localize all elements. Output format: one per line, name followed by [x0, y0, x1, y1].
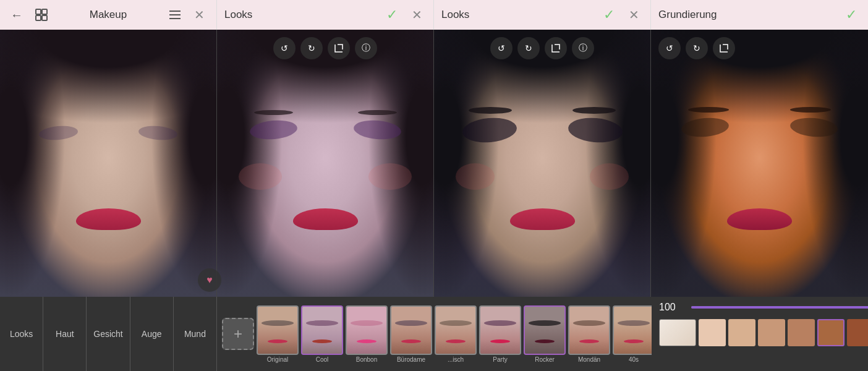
- close-button-1[interactable]: ✕: [190, 6, 209, 24]
- panel-original: [0, 30, 217, 297]
- check-button-4[interactable]: ✓: [842, 6, 861, 24]
- top-section-makeup: ← Makeup ✕: [0, 0, 217, 30]
- main-area: ↺ ↻ ⓘ: [0, 30, 868, 297]
- undo-btn-3[interactable]: ↺: [490, 37, 513, 59]
- look-label-40s: 40s: [629, 356, 639, 363]
- look-thumb-mondan[interactable]: Mondän: [568, 305, 610, 363]
- swatch-5[interactable]: [847, 319, 868, 346]
- top-left-icons: ←: [7, 6, 51, 24]
- nav-looks[interactable]: Looks: [0, 297, 43, 371]
- makeup-title: Makeup: [90, 9, 127, 21]
- nav-mund[interactable]: Mund: [174, 297, 216, 371]
- check-button-3[interactable]: ✓: [600, 6, 618, 24]
- look-thumb-face-cool[interactable]: [301, 305, 343, 355]
- look-label-rocker: Rocker: [535, 356, 555, 363]
- look-thumb-cool[interactable]: Cool: [301, 305, 343, 363]
- top-icons-3: ✓ ✕: [600, 6, 643, 24]
- svg-rect-3: [42, 15, 47, 20]
- looks-strip: + Original Cool: [217, 297, 652, 371]
- nav-auge[interactable]: Auge: [130, 297, 174, 371]
- slider-track[interactable]: [691, 306, 868, 309]
- look-label-fisch: ...isch: [448, 356, 464, 363]
- svg-rect-0: [36, 9, 41, 14]
- face-cool: [217, 30, 433, 297]
- look-label-party: Party: [493, 356, 507, 363]
- swatch-0[interactable]: [699, 319, 726, 346]
- close-button-3[interactable]: ✕: [624, 6, 643, 24]
- top-icons-4: ✓: [842, 6, 861, 24]
- look-thumb-party[interactable]: Party: [479, 305, 521, 363]
- face-controls-2: ↺ ↻ ⓘ: [217, 37, 433, 59]
- look-label-cool: Cool: [316, 356, 329, 363]
- look-thumb-original[interactable]: Original: [257, 305, 299, 363]
- look-label-bonbon: Bonbon: [356, 356, 377, 363]
- bottom-nav: ♥ Looks Haut Gesicht Auge Mund: [0, 297, 217, 371]
- face-controls-3: ↺ ↻ ⓘ: [434, 37, 650, 59]
- look-label-burodame: Bürodame: [397, 356, 425, 363]
- look-thumb-face-bonbon[interactable]: [346, 305, 388, 355]
- list-icon-button[interactable]: [166, 6, 184, 24]
- look-thumb-face-rocker[interactable]: [524, 305, 566, 355]
- swatch-selected[interactable]: [817, 319, 845, 346]
- redo-btn-3[interactable]: ↻: [517, 37, 540, 59]
- top-right-icons-1: ✕: [166, 6, 209, 24]
- undo-btn-4[interactable]: ↺: [658, 37, 681, 59]
- look-thumb-face-original[interactable]: [257, 305, 299, 355]
- top-section-looks-1: Looks ✓ ✕: [217, 0, 434, 30]
- color-swatches: [659, 319, 868, 346]
- swatch-light[interactable]: [659, 319, 696, 346]
- look-thumb-rocker[interactable]: Rocker: [524, 305, 566, 363]
- face-smoky: [434, 30, 650, 297]
- look-thumb-face-40s[interactable]: [613, 305, 652, 355]
- bottom-bar: ♥ Looks Haut Gesicht Auge Mund + Origina…: [0, 297, 868, 371]
- info-btn-3[interactable]: ⓘ: [572, 37, 594, 59]
- slider-row: 100: [659, 302, 868, 313]
- check-button-2[interactable]: ✓: [383, 6, 401, 24]
- top-icons-2: ✓ ✕: [383, 6, 426, 24]
- crop-btn-2[interactable]: [328, 37, 350, 59]
- undo-btn-2[interactable]: ↺: [273, 37, 296, 59]
- swatch-1[interactable]: [728, 319, 755, 346]
- crop-btn-3[interactable]: [545, 37, 567, 59]
- look-label-original: Original: [267, 356, 288, 363]
- close-button-2[interactable]: ✕: [407, 6, 426, 24]
- panel-foundation: ↺ ↻: [651, 30, 868, 297]
- top-section-grundierung: Grundierung ✓: [651, 0, 868, 30]
- look-thumb-bonbon[interactable]: Bonbon: [346, 305, 388, 363]
- add-look-button[interactable]: +: [222, 318, 254, 350]
- look-thumb-face-mondan[interactable]: [568, 305, 610, 355]
- face-foundation: [651, 30, 868, 297]
- nav-buttons: Looks Haut Gesicht Auge Mund: [0, 297, 216, 371]
- back-button[interactable]: ←: [7, 6, 26, 24]
- crop-btn-4[interactable]: [713, 37, 735, 59]
- panel-smoky: ↺ ↻ ⓘ: [434, 30, 651, 297]
- look-thumb-face-party[interactable]: [479, 305, 521, 355]
- swatch-2[interactable]: [758, 319, 785, 346]
- top-section-looks-2: Looks ✓ ✕: [434, 0, 651, 30]
- look-label-mondan: Mondän: [578, 356, 600, 363]
- grundierung-title: Grundierung: [658, 9, 717, 21]
- look-thumb-fisch[interactable]: ...isch: [435, 305, 477, 363]
- nav-gesicht[interactable]: Gesicht: [87, 297, 130, 371]
- slider-value: 100: [659, 302, 684, 313]
- face-original: [0, 30, 216, 297]
- info-btn-2[interactable]: ⓘ: [355, 37, 377, 59]
- redo-btn-2[interactable]: ↻: [300, 37, 323, 59]
- nav-haut[interactable]: Haut: [43, 297, 87, 371]
- grid-icon-button[interactable]: [32, 6, 51, 24]
- foundation-bottom: 100: [652, 297, 868, 371]
- slider-fill: [691, 306, 868, 309]
- looks-title-1: Looks: [224, 9, 252, 21]
- redo-btn-4[interactable]: ↻: [686, 37, 708, 59]
- panel-cool: ↺ ↻ ⓘ: [217, 30, 434, 297]
- svg-rect-2: [36, 15, 41, 20]
- top-bar: ← Makeup ✕ Looks: [0, 0, 868, 30]
- look-thumb-40s[interactable]: 40s: [613, 305, 652, 363]
- svg-rect-1: [42, 9, 47, 14]
- look-thumb-face-burodame[interactable]: [390, 305, 432, 355]
- look-thumb-face-fisch[interactable]: [435, 305, 477, 355]
- swatch-3[interactable]: [788, 319, 815, 346]
- face-controls-4: ↺ ↻: [658, 37, 735, 59]
- heart-button[interactable]: ♥: [198, 268, 221, 292]
- look-thumb-burodame[interactable]: Bürodame: [390, 305, 432, 363]
